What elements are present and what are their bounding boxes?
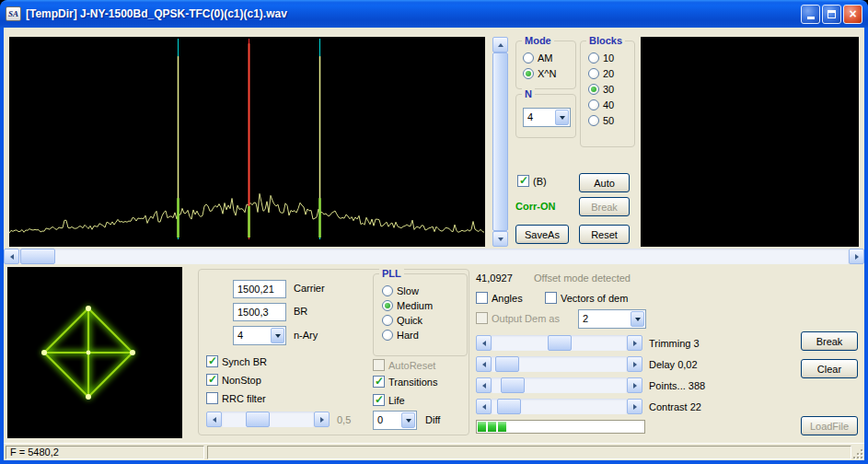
scroll-right-button[interactable]	[314, 412, 330, 427]
demodulator-group: 1500,21 Carrier 1500,3 BR 4 n-Ary Synch …	[198, 269, 469, 435]
status-bar: F = 5480,2	[4, 443, 864, 460]
points-slider[interactable]	[476, 377, 642, 393]
break-button[interactable]: Break	[801, 331, 858, 351]
resize-grip[interactable]	[851, 447, 863, 459]
transitions-checkbox[interactable]: Transitions	[373, 376, 437, 388]
radio-pll-hard[interactable]: Hard	[382, 330, 419, 341]
radio-pll-medium[interactable]: Medium	[382, 300, 433, 311]
nary-combobox[interactable]: 4	[233, 326, 286, 345]
scroll-left-button[interactable]	[206, 412, 222, 427]
radio-blocks-20[interactable]: 20	[588, 68, 614, 79]
slider-track[interactable]	[492, 377, 627, 393]
trimming-slider[interactable]	[476, 335, 642, 351]
scroll-down-button[interactable]	[492, 231, 508, 247]
radio-label: 50	[603, 115, 614, 126]
saveas-button[interactable]: SaveAs	[515, 225, 569, 244]
blocks-group-label: Blocks	[586, 35, 625, 46]
radio-blocks-10[interactable]: 10	[588, 52, 614, 64]
scroll-left-button[interactable]	[476, 399, 492, 414]
secondary-display[interactable]	[641, 37, 859, 247]
arrow-right-icon	[320, 417, 324, 423]
scroll-left-button[interactable]	[4, 249, 19, 264]
synch-br-checkbox[interactable]: Synch BR	[206, 355, 267, 367]
constellation-display[interactable]	[7, 267, 182, 438]
scroll-left-button[interactable]	[476, 335, 492, 351]
slider-thumb[interactable]	[497, 399, 521, 414]
radio-xn[interactable]: X^N	[523, 68, 556, 79]
slider-thumb[interactable]	[246, 412, 270, 427]
break-button-top[interactable]: Break	[579, 197, 630, 216]
radio-pll-slow[interactable]: Slow	[382, 285, 419, 296]
client-area: Mode AM X^N Blocks 10 20 30	[4, 28, 864, 443]
scroll-right-button[interactable]	[627, 377, 642, 393]
close-button[interactable]: ×	[843, 5, 862, 24]
scroll-up-button[interactable]	[492, 37, 508, 52]
arrow-right-icon	[855, 254, 859, 260]
radio-icon	[382, 315, 393, 326]
app-icon[interactable]: SA	[6, 6, 21, 21]
rrc-filter-checkbox[interactable]: RRC filter	[206, 392, 266, 404]
title-bar[interactable]: SA [TempDir] J-NY-1500Bd_QPSK-TFC(0)(c1)…	[0, 0, 868, 28]
arrow-right-icon	[633, 341, 637, 346]
corr-status: Corr-ON	[515, 201, 555, 212]
slider-thumb[interactable]	[501, 377, 525, 393]
radio-blocks-50[interactable]: 50	[588, 115, 614, 126]
nonstop-checkbox[interactable]: NonStop	[206, 374, 261, 386]
n-combobox[interactable]: 4	[523, 108, 571, 127]
auto-button[interactable]: Auto	[579, 173, 630, 192]
carrier-label: Carrier	[294, 283, 325, 294]
autoreset-checkbox[interactable]: AutoReset	[373, 359, 435, 371]
scrollbar-track[interactable]	[492, 52, 508, 231]
loadfile-button[interactable]: LoadFile	[801, 416, 858, 435]
angles-checkbox[interactable]: Angles	[476, 292, 523, 304]
scroll-right-button[interactable]	[627, 399, 642, 414]
scroll-right-button[interactable]	[627, 335, 642, 351]
life-checkbox[interactable]: Life	[373, 394, 405, 406]
slider-thumb[interactable]	[495, 356, 519, 372]
chevron-down-icon[interactable]	[555, 110, 569, 125]
radio-label: Medium	[397, 300, 433, 311]
reset-button[interactable]: Reset	[579, 225, 630, 244]
spectrum-vertical-scrollbar[interactable]	[492, 37, 508, 247]
checkbox-icon	[373, 376, 385, 388]
slider-track[interactable]	[492, 335, 627, 351]
output-dem-checkbox[interactable]: Output Dem as	[476, 312, 560, 324]
arrow-left-icon	[10, 254, 14, 260]
slider-thumb[interactable]	[548, 335, 572, 351]
scrollbar-thumb[interactable]	[492, 52, 508, 231]
scroll-right-button[interactable]	[849, 249, 864, 264]
diff-combobox[interactable]: 0	[373, 411, 417, 430]
scroll-right-button[interactable]	[627, 356, 642, 372]
br-input[interactable]: 1500,3	[233, 303, 286, 321]
main-horizontal-scrollbar[interactable]	[4, 249, 864, 264]
minimize-button[interactable]	[801, 5, 820, 24]
gain-slider[interactable]	[206, 412, 330, 427]
chevron-down-icon[interactable]	[631, 311, 644, 327]
radio-pll-quick[interactable]: Quick	[382, 315, 422, 326]
delay-slider[interactable]	[476, 356, 642, 372]
scrollbar-track[interactable]	[19, 249, 849, 264]
carrier-input[interactable]: 1500,21	[233, 280, 286, 298]
maximize-button[interactable]	[822, 5, 841, 24]
radio-blocks-30[interactable]: 30	[588, 84, 614, 95]
scrollbar-thumb[interactable]	[20, 249, 55, 264]
radio-blocks-40[interactable]: 40	[588, 99, 614, 110]
output-dem-combobox[interactable]: 2	[578, 309, 646, 329]
pll-group: PLL Slow Medium Quick Hard	[373, 273, 468, 356]
trimming-label: Trimming 3	[649, 338, 700, 349]
clear-button[interactable]: Clear	[801, 359, 858, 378]
chevron-down-icon[interactable]	[271, 328, 284, 343]
slider-track[interactable]	[492, 356, 627, 372]
spectrum-display[interactable]	[9, 37, 485, 247]
offset-note: Offset mode detected	[534, 273, 631, 284]
b-checkbox[interactable]: (B)	[517, 175, 547, 187]
vectors-of-dem-checkbox[interactable]: Vectors of dem	[545, 292, 628, 304]
arrow-right-icon	[633, 404, 637, 410]
radio-am[interactable]: AM	[523, 52, 553, 64]
slider-track[interactable]	[492, 399, 627, 414]
slider-track[interactable]	[222, 412, 314, 427]
scroll-left-button[interactable]	[476, 377, 492, 393]
chevron-down-icon[interactable]	[401, 412, 415, 428]
contrast-slider[interactable]	[476, 399, 642, 414]
scroll-left-button[interactable]	[476, 356, 492, 372]
